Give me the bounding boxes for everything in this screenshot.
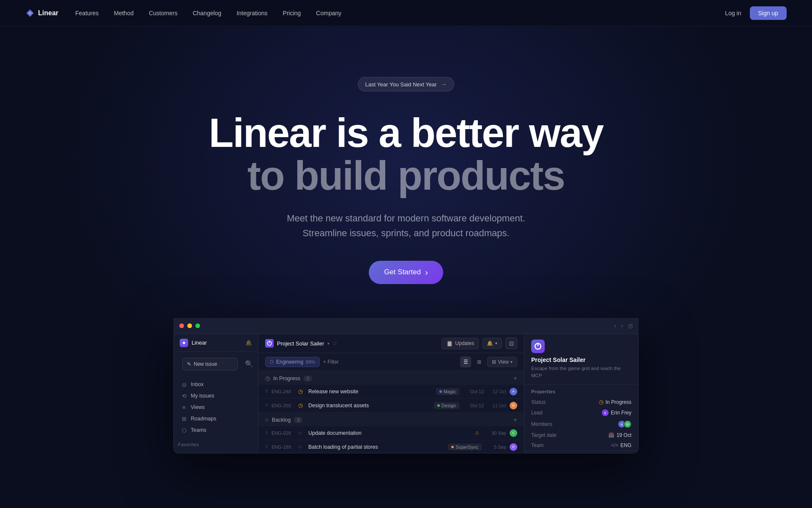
target-date-value: 19 Oct [617,432,631,438]
nav-link-pricing[interactable]: Pricing [283,10,301,17]
in-progress-status-icon: ◷ [265,375,270,381]
sidebar-notification-icon[interactable]: 🔔 [245,340,252,346]
group-in-progress-left: ◷ In Progress 2 [265,375,312,381]
right-panel-project-desc: Escape from the game grid and reach the … [524,365,638,385]
sidebar-item-views[interactable]: ≡ Views [176,402,255,413]
hero-title-line2: to build products [247,153,565,198]
traffic-light-yellow[interactable] [187,323,192,328]
issue-group-in-progress: ◷ In Progress 2 + [258,371,524,385]
sidebar-item-teams[interactable]: ⬡ Teams [176,425,255,436]
team-value-container: </> ENG [611,442,631,448]
window-clock-icon: ◷ [628,323,633,329]
right-panel-properties: Properties Status ◷ In Progress Lead E E… [524,384,638,450]
status-value-container: ◷ In Progress [599,399,631,405]
issue-row-eng-028[interactable]: ⠿ ENG-028 ○ Update documentation ⚠ 30 Se… [258,426,524,440]
group-in-progress-name: In Progress [273,375,300,381]
issue-028-warning-icon: ⚠ [475,430,479,436]
nav-logo[interactable]: Linear [25,8,58,18]
issue-id-eng-199: ENG-199 [272,444,295,450]
nav-link-features[interactable]: Features [75,10,99,17]
nav-login-button[interactable]: Log in [725,10,741,17]
window-controls-right: ‹ › ◷ [614,323,633,329]
sidebar-header: Linear 🔔 [174,334,258,352]
window-titlebar: ‹ › ◷ [173,318,639,334]
list-view-toggle[interactable]: ☰ [460,356,471,367]
hero-cta-arrow: › [425,268,428,277]
issue-199-status-icon: ○ [298,444,305,450]
issue-199-avatar: D [510,443,517,451]
issue-row-eng-199[interactable]: ⠿ ENG-199 ○ Batch loading of partial sto… [258,440,524,453]
filter-label: + Filter [323,359,339,365]
view-dropdown-button[interactable]: ⊞ View ▾ [487,357,517,367]
updates-button[interactable]: 📋 Updates [442,338,479,349]
eng-progress-pct: 89% [306,359,315,364]
group-in-progress-add-button[interactable]: + [513,375,517,382]
layout-toggle-button[interactable]: ⊡ [505,337,517,349]
hero-badge[interactable]: Last Year You Said Next Year → [358,77,454,91]
issue-drag-handle[interactable]: ⠿ [265,444,268,449]
traffic-light-red[interactable] [179,323,184,328]
window-back-icon[interactable]: ‹ [614,323,616,329]
right-panel-project-avatar [531,340,545,353]
code-icon: </> [611,442,618,448]
nav-link-changelog[interactable]: Changelog [193,10,222,17]
issue-248-avatar: A [510,388,517,395]
sidebar-item-label-inbox: Inbox [191,381,204,387]
project-chevron-icon: ▾ [327,341,329,346]
nav-link-customers[interactable]: Customers [149,10,178,17]
in-progress-icon: ◷ [599,399,604,405]
issue-250-date1: Oct 12 [463,403,484,408]
sidebar-item-label-teams: Teams [191,427,206,433]
hero-cta-button[interactable]: Get Started › [369,261,443,284]
sidebar-search-button[interactable]: 🔍 [244,359,254,369]
issue-drag-handle[interactable]: ⠿ [265,403,268,408]
sidebar-item-roadmaps[interactable]: ⊞ Roadmaps [176,413,255,425]
nav-link-method[interactable]: Method [114,10,134,17]
issue-250-date2: 11 Oct [487,403,506,408]
traffic-light-green[interactable] [195,323,200,328]
issue-199-tag: SuperSync [448,444,482,450]
updates-icon: 📋 [446,340,453,347]
issue-drag-handle[interactable]: ⠿ [265,431,268,435]
filter-bar-left: ⬡ Engineering 89% + Filter [265,357,339,367]
issue-248-date2: 12 Oct [487,389,506,394]
nav-signup-button[interactable]: Sign up [750,6,787,20]
issue-248-title: Release new website [308,389,433,395]
issue-248-status-icon: ◷ [298,388,305,395]
group-backlog-add-button[interactable]: + [513,416,517,424]
group-in-progress-count: 2 [304,375,312,381]
eng-label: Engineering [276,359,303,365]
window-forward-icon[interactable]: › [621,323,623,329]
sidebar-workspace[interactable]: Linear [180,339,207,347]
issue-id-eng-250: ENG-250 [272,403,295,408]
roadmaps-icon: ⊞ [181,416,187,422]
engineering-badge[interactable]: ⬡ Engineering 89% [265,357,320,367]
issue-248-tag: Magic [436,388,459,395]
notification-btn[interactable]: 🔔 ▾ [482,338,502,349]
grid-view-toggle[interactable]: ⊞ [474,356,485,367]
teams-icon: ⬡ [181,427,187,433]
nav-link-company[interactable]: Company [316,10,341,17]
filter-button[interactable]: + Filter [323,359,339,365]
project-star-icon[interactable]: ☆ [333,340,337,346]
nav-link-integrations[interactable]: Integrations [236,10,267,17]
views-icon: ≡ [181,404,187,411]
view-chevron-icon: ▾ [510,360,513,364]
group-backlog-count: 3 [294,417,302,423]
sidebar-item-label-roadmaps: Roadmaps [191,416,216,422]
search-icon: 🔍 [245,360,253,368]
hero-section: Last Year You Said Next Year → Linear is… [0,26,812,479]
grid-view-icon: ⊞ [477,359,481,365]
issue-row-eng-250[interactable]: ⠿ ENG-250 ◷ Design translucent assets De… [258,399,524,413]
hero-title: Linear is a better way to build products [209,112,603,197]
issue-250-avatar: B [510,402,517,409]
issue-drag-handle[interactable]: ⠿ [265,389,268,394]
my-issues-icon: ⟲ [181,393,187,399]
property-target-date: Target date 📅 19 Oct [531,430,631,440]
sidebar-section-favorites: Favorites [174,439,258,449]
calendar-icon: 📅 [608,432,614,438]
sidebar-item-my-issues[interactable]: ⟲ My issues [176,390,255,402]
sidebar-item-inbox[interactable]: ◎ Inbox [176,379,255,390]
sidebar-new-issue-button[interactable]: ✎ New issue [182,358,238,370]
issue-row-eng-248[interactable]: ⠿ ENG-248 ◷ Release new website Magic Oc… [258,385,524,399]
